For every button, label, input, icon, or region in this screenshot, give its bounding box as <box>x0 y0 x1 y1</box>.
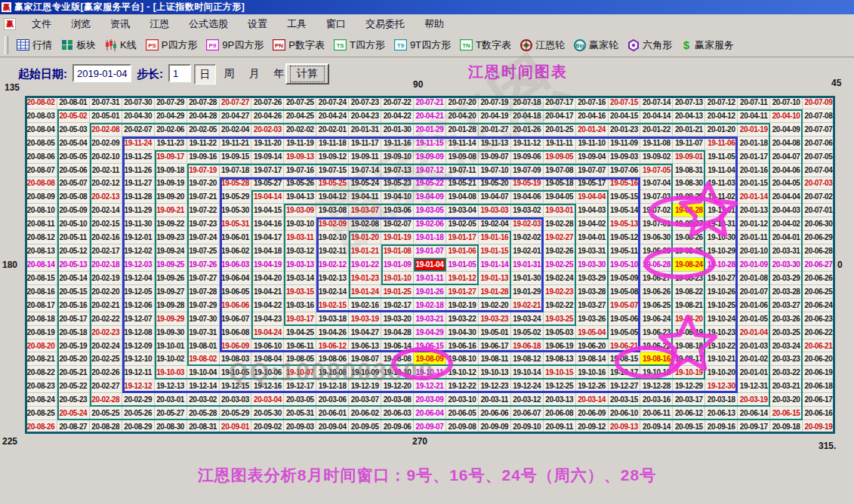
date-cell: 20-01-13 <box>738 204 770 217</box>
date-cell: 19-05-20 <box>479 177 511 191</box>
menu-item-帮助[interactable]: 帮助 <box>415 15 454 33</box>
date-cell: 20-06-08 <box>544 407 576 420</box>
date-cell: 20-08-23 <box>25 380 57 393</box>
date-cell: 19-12-08 <box>122 326 155 340</box>
date-cell: 19-10-09 <box>349 366 381 380</box>
date-cell: 19-05-07 <box>609 299 641 312</box>
date-cell: 19-02-03 <box>511 217 544 231</box>
menu-item-设置[interactable]: 设置 <box>238 15 277 33</box>
date-cell: 20-06-23 <box>803 312 835 326</box>
date-cell: 19-06-16 <box>446 340 479 353</box>
date-cell: 19-04-08 <box>446 190 479 204</box>
date-cell: 20-07-22 <box>381 96 414 109</box>
date-cell: 19-09-21 <box>155 204 187 217</box>
date-cell: 19-02-14 <box>316 285 349 299</box>
date-cell: 19-10-05 <box>220 366 252 380</box>
step-input[interactable]: 1 <box>168 64 191 82</box>
date-cell: 20-01-11 <box>738 231 770 244</box>
date-cell: 19-06-13 <box>349 340 381 353</box>
date-cell: 20-02-08 <box>90 123 122 137</box>
menu-item-交易委托[interactable]: 交易委托 <box>356 15 415 33</box>
date-cell: 19-09-24 <box>155 244 187 258</box>
toolbar-item-江恩轮[interactable]: 江恩轮 <box>516 36 569 54</box>
date-cell: 20-08-19 <box>25 326 57 340</box>
toolbar-item-P数字表[interactable]: PNP数字表 <box>268 36 329 54</box>
date-cell: 19-01-05 <box>446 258 479 272</box>
menu-item-江恩[interactable]: 江恩 <box>140 15 179 33</box>
date-cell: 20-06-14 <box>738 407 770 420</box>
date-cell: 19-02-17 <box>381 299 414 312</box>
date-cell: 20-09-01 <box>220 420 252 434</box>
date-cell: 20-09-05 <box>349 420 381 434</box>
date-cell: 19-10-30 <box>705 231 738 244</box>
menu-item-工具[interactable]: 工具 <box>277 15 316 33</box>
date-cell: 19-01-24 <box>349 285 381 299</box>
angle-label-left: 180 <box>2 260 17 270</box>
unit-button-周[interactable]: 周 <box>219 64 239 83</box>
date-cell: 19-10-26 <box>705 285 738 299</box>
date-cell: 20-04-19 <box>479 109 511 123</box>
date-cell: 19-04-13 <box>284 190 316 204</box>
toolbar-item-P四方形[interactable]: PSP四方形 <box>141 36 202 54</box>
date-cell: 19-08-27 <box>673 217 705 231</box>
toolbar-item-T数字表[interactable]: TNT数字表 <box>455 36 516 54</box>
toolbar-item-板块[interactable]: 板块 <box>57 36 100 54</box>
unit-button-日[interactable]: 日 <box>194 64 216 85</box>
date-cell: 19-05-26 <box>284 177 316 191</box>
date-cell: 20-03-22 <box>770 366 803 380</box>
date-cell: 20-03-01 <box>155 393 187 407</box>
date-cell: 19-06-12 <box>316 340 349 353</box>
date-cell: 20-03-23 <box>770 352 803 366</box>
date-cell: 19-02-06 <box>414 217 446 231</box>
date-cell: 20-07-20 <box>446 96 479 109</box>
menu-item-公式选股[interactable]: 公式选股 <box>179 15 238 33</box>
date-cell: 19-08-24 <box>673 258 705 272</box>
date-cell: 19-07-18 <box>220 164 252 177</box>
date-cell: 20-07-09 <box>803 96 835 109</box>
date-cell: 19-09-16 <box>187 150 220 164</box>
date-cell: 19-08-05 <box>284 352 316 366</box>
toolbar-item-赢家轮[interactable]: Big赢家轮 <box>569 36 623 54</box>
date-cell: 19-05-08 <box>609 285 641 299</box>
date-cell: 19-11-27 <box>122 177 155 191</box>
date-cell: 19-02-19 <box>446 299 479 312</box>
menu-item-浏览[interactable]: 浏览 <box>61 15 100 33</box>
date-cell: 19-01-07 <box>414 244 446 258</box>
date-cell: 19-04-09 <box>414 190 446 204</box>
date-cell: 20-08-26 <box>25 420 57 434</box>
date-cell: 20-06-15 <box>770 407 803 420</box>
hexagon-icon <box>627 39 640 51</box>
date-cell: 20-01-01 <box>738 366 770 380</box>
date-cell: 19-10-11 <box>414 366 446 380</box>
date-cell: 20-07-03 <box>803 177 835 191</box>
unit-button-月[interactable]: 月 <box>244 64 264 83</box>
date-cell: 20-06-30 <box>803 217 835 231</box>
date-cell: 19-01-09 <box>381 258 414 272</box>
toolbar-item-赢家服务[interactable]: $赢家服务 <box>677 36 738 54</box>
start-date-input[interactable]: 2019-01-04 <box>72 64 131 82</box>
date-cell: 19-10-18 <box>640 366 673 380</box>
svg-text:T9: T9 <box>397 42 405 49</box>
toolbar-item-T四方形[interactable]: TST四方形 <box>329 36 390 54</box>
date-cell: 20-06-28 <box>803 244 835 258</box>
toolbar-item-行情[interactable]: 行情 <box>12 36 57 54</box>
menu-item-窗口[interactable]: 窗口 <box>316 15 356 33</box>
menu-item-文件[interactable]: 文件 <box>22 15 61 33</box>
calc-button[interactable]: 计算 <box>285 63 329 85</box>
toolbar-item-9T四方形[interactable]: T99T四方形 <box>390 36 455 54</box>
menu-item-资讯[interactable]: 资讯 <box>100 15 140 33</box>
date-cell: 19-03-05 <box>414 204 446 217</box>
svg-text:TS: TS <box>336 42 344 49</box>
toolbar-item-六角形[interactable]: 六角形 <box>623 36 677 54</box>
toolbar-item-9P四方形[interactable]: P99P四方形 <box>202 36 268 54</box>
date-cell: 19-10-21 <box>705 352 738 366</box>
date-cell: 19-07-17 <box>251 164 284 177</box>
date-cell: 19-08-20 <box>673 312 705 326</box>
date-cell: 20-06-13 <box>705 407 738 420</box>
date-cell: 20-09-15 <box>673 420 705 434</box>
toolbar-item-K线[interactable]: K线 <box>100 36 141 54</box>
date-cell: 20-05-28 <box>187 407 220 420</box>
date-cell: 19-08-18 <box>673 340 705 353</box>
date-cell: 19-04-16 <box>251 217 284 231</box>
date-cell: 20-03-05 <box>284 393 316 407</box>
